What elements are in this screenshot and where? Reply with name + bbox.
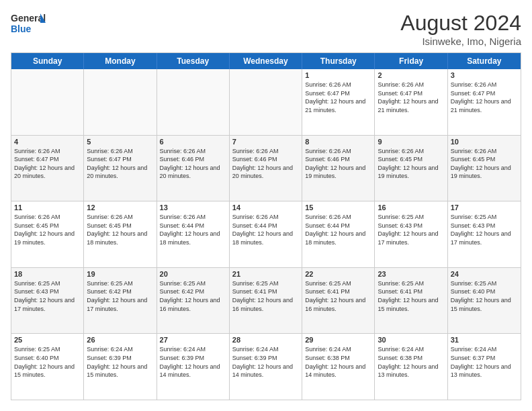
- cal-row: 18Sunrise: 6:25 AM Sunset: 6:43 PM Dayli…: [11, 268, 521, 334]
- cal-cell: 12Sunrise: 6:26 AM Sunset: 6:45 PM Dayli…: [84, 201, 157, 267]
- cal-cell: 5Sunrise: 6:26 AM Sunset: 6:47 PM Daylig…: [84, 136, 157, 201]
- cal-cell-empty: [230, 69, 302, 135]
- calendar-header: SundayMondayTuesdayWednesdayThursdayFrid…: [11, 53, 521, 69]
- cal-cell: 1Sunrise: 6:26 AM Sunset: 6:47 PM Daylig…: [302, 69, 375, 135]
- cal-header-day: Sunday: [11, 53, 84, 69]
- cal-cell: 6Sunrise: 6:26 AM Sunset: 6:46 PM Daylig…: [157, 136, 230, 201]
- month-year: August 2024: [400, 11, 521, 36]
- day-number: 16: [378, 203, 444, 212]
- day-number: 29: [305, 336, 371, 344]
- cal-cell: 10Sunrise: 6:26 AM Sunset: 6:45 PM Dayli…: [448, 136, 521, 201]
- cell-info: Sunrise: 6:24 AM Sunset: 6:39 PM Dayligh…: [232, 345, 299, 379]
- title-block: August 2024 Isinweke, Imo, Nigeria: [400, 11, 521, 47]
- day-number: 10: [451, 138, 518, 146]
- day-number: 25: [14, 336, 81, 344]
- cal-cell: 13Sunrise: 6:26 AM Sunset: 6:44 PM Dayli…: [157, 201, 230, 267]
- cell-info: Sunrise: 6:25 AM Sunset: 6:43 PM Dayligh…: [451, 213, 518, 246]
- cal-header-day: Friday: [375, 53, 447, 69]
- day-number: 4: [14, 138, 81, 146]
- cal-cell: 26Sunrise: 6:24 AM Sunset: 6:39 PM Dayli…: [84, 334, 157, 400]
- cal-cell: 22Sunrise: 6:25 AM Sunset: 6:41 PM Dayli…: [302, 268, 375, 334]
- day-number: 3: [451, 71, 518, 79]
- day-number: 9: [378, 138, 444, 146]
- day-number: 1: [305, 71, 371, 79]
- day-number: 7: [232, 138, 299, 146]
- cell-info: Sunrise: 6:25 AM Sunset: 6:43 PM Dayligh…: [14, 279, 81, 313]
- day-number: 15: [305, 203, 371, 212]
- cal-cell-empty: [11, 69, 84, 135]
- day-number: 6: [160, 138, 226, 146]
- cal-cell: 15Sunrise: 6:26 AM Sunset: 6:44 PM Dayli…: [302, 201, 375, 267]
- cal-row: 4Sunrise: 6:26 AM Sunset: 6:47 PM Daylig…: [11, 136, 521, 202]
- cal-header-day: Monday: [84, 53, 157, 69]
- cell-info: Sunrise: 6:25 AM Sunset: 6:43 PM Dayligh…: [378, 213, 444, 246]
- page: General Blue August 2024 Isinweke, Imo, …: [0, 0, 532, 411]
- day-number: 19: [87, 270, 153, 278]
- cell-info: Sunrise: 6:26 AM Sunset: 6:47 PM Dayligh…: [14, 147, 81, 181]
- cell-info: Sunrise: 6:25 AM Sunset: 6:40 PM Dayligh…: [14, 345, 81, 379]
- cal-header-day: Wednesday: [230, 53, 302, 69]
- cell-info: Sunrise: 6:26 AM Sunset: 6:44 PM Dayligh…: [232, 213, 299, 246]
- cal-cell: 19Sunrise: 6:25 AM Sunset: 6:42 PM Dayli…: [84, 268, 157, 334]
- day-number: 2: [378, 71, 444, 79]
- cell-info: Sunrise: 6:25 AM Sunset: 6:41 PM Dayligh…: [232, 279, 299, 313]
- cal-cell: 9Sunrise: 6:26 AM Sunset: 6:45 PM Daylig…: [375, 136, 447, 201]
- cal-cell: 23Sunrise: 6:25 AM Sunset: 6:41 PM Dayli…: [375, 268, 447, 334]
- logo: General Blue: [11, 11, 46, 36]
- cell-info: Sunrise: 6:26 AM Sunset: 6:47 PM Dayligh…: [451, 81, 518, 114]
- cell-info: Sunrise: 6:24 AM Sunset: 6:39 PM Dayligh…: [160, 345, 226, 379]
- cal-header-day: Saturday: [448, 53, 521, 69]
- cell-info: Sunrise: 6:25 AM Sunset: 6:42 PM Dayligh…: [160, 279, 226, 313]
- calendar: SundayMondayTuesdayWednesdayThursdayFrid…: [11, 52, 521, 400]
- day-number: 23: [378, 270, 444, 278]
- day-number: 27: [160, 336, 226, 344]
- day-number: 13: [160, 203, 226, 212]
- cal-cell: 14Sunrise: 6:26 AM Sunset: 6:44 PM Dayli…: [230, 201, 302, 267]
- header: General Blue August 2024 Isinweke, Imo, …: [11, 11, 521, 47]
- cal-cell: 4Sunrise: 6:26 AM Sunset: 6:47 PM Daylig…: [11, 136, 84, 201]
- cal-cell: 17Sunrise: 6:25 AM Sunset: 6:43 PM Dayli…: [448, 201, 521, 267]
- cell-info: Sunrise: 6:26 AM Sunset: 6:44 PM Dayligh…: [160, 213, 226, 246]
- day-number: 5: [87, 138, 153, 146]
- cal-cell: 30Sunrise: 6:24 AM Sunset: 6:38 PM Dayli…: [375, 334, 447, 400]
- cell-info: Sunrise: 6:26 AM Sunset: 6:45 PM Dayligh…: [378, 147, 444, 181]
- cell-info: Sunrise: 6:25 AM Sunset: 6:41 PM Dayligh…: [378, 279, 444, 313]
- cal-row: 25Sunrise: 6:25 AM Sunset: 6:40 PM Dayli…: [11, 334, 521, 400]
- cal-cell: 20Sunrise: 6:25 AM Sunset: 6:42 PM Dayli…: [157, 268, 230, 334]
- day-number: 21: [232, 270, 299, 278]
- cal-cell: 24Sunrise: 6:25 AM Sunset: 6:40 PM Dayli…: [448, 268, 521, 334]
- cell-info: Sunrise: 6:24 AM Sunset: 6:38 PM Dayligh…: [378, 345, 444, 379]
- cell-info: Sunrise: 6:26 AM Sunset: 6:46 PM Dayligh…: [160, 147, 226, 181]
- cell-info: Sunrise: 6:26 AM Sunset: 6:45 PM Dayligh…: [451, 147, 518, 181]
- cell-info: Sunrise: 6:24 AM Sunset: 6:38 PM Dayligh…: [305, 345, 371, 379]
- cal-cell-empty: [157, 69, 230, 135]
- cal-cell: 27Sunrise: 6:24 AM Sunset: 6:39 PM Dayli…: [157, 334, 230, 400]
- cell-info: Sunrise: 6:26 AM Sunset: 6:47 PM Dayligh…: [305, 81, 371, 114]
- cal-cell: 18Sunrise: 6:25 AM Sunset: 6:43 PM Dayli…: [11, 268, 84, 334]
- cell-info: Sunrise: 6:25 AM Sunset: 6:40 PM Dayligh…: [451, 279, 518, 313]
- cal-cell: 21Sunrise: 6:25 AM Sunset: 6:41 PM Dayli…: [230, 268, 302, 334]
- day-number: 12: [87, 203, 153, 212]
- location: Isinweke, Imo, Nigeria: [400, 36, 521, 47]
- cal-cell: 28Sunrise: 6:24 AM Sunset: 6:39 PM Dayli…: [230, 334, 302, 400]
- day-number: 28: [232, 336, 299, 344]
- day-number: 20: [160, 270, 226, 278]
- cal-row: 1Sunrise: 6:26 AM Sunset: 6:47 PM Daylig…: [11, 69, 521, 136]
- day-number: 8: [305, 138, 371, 146]
- cal-cell: 25Sunrise: 6:25 AM Sunset: 6:40 PM Dayli…: [11, 334, 84, 400]
- cal-cell: 29Sunrise: 6:24 AM Sunset: 6:38 PM Dayli…: [302, 334, 375, 400]
- logo-svg: General Blue: [11, 11, 46, 36]
- cell-info: Sunrise: 6:24 AM Sunset: 6:37 PM Dayligh…: [451, 345, 518, 379]
- cell-info: Sunrise: 6:26 AM Sunset: 6:47 PM Dayligh…: [87, 147, 153, 181]
- cal-header-day: Thursday: [302, 53, 375, 69]
- day-number: 31: [451, 336, 518, 344]
- cal-cell: 31Sunrise: 6:24 AM Sunset: 6:37 PM Dayli…: [448, 334, 521, 400]
- cal-cell: 8Sunrise: 6:26 AM Sunset: 6:46 PM Daylig…: [302, 136, 375, 201]
- cal-cell: 2Sunrise: 6:26 AM Sunset: 6:47 PM Daylig…: [375, 69, 447, 135]
- day-number: 14: [232, 203, 299, 212]
- cell-info: Sunrise: 6:26 AM Sunset: 6:45 PM Dayligh…: [14, 213, 81, 246]
- cell-info: Sunrise: 6:26 AM Sunset: 6:46 PM Dayligh…: [232, 147, 299, 181]
- cell-info: Sunrise: 6:26 AM Sunset: 6:44 PM Dayligh…: [305, 213, 371, 246]
- day-number: 22: [305, 270, 371, 278]
- cell-info: Sunrise: 6:26 AM Sunset: 6:46 PM Dayligh…: [305, 147, 371, 181]
